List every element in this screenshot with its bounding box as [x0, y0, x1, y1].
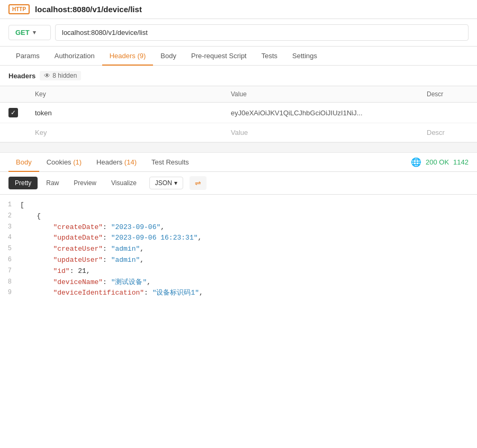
format-btn-pretty[interactable]: Pretty	[8, 177, 38, 189]
code-line-9: 9 "deviceIdentification": "设备标识码1",	[0, 288, 477, 299]
title-bar: HTTP localhost:8080/v1/device/list	[0, 0, 477, 19]
empty-checkbox	[0, 123, 26, 142]
line-num: 6	[4, 255, 20, 266]
headers-section-title: Headers	[8, 72, 35, 80]
headers-table: Key Value Descr ✓ token eyJ0eXAiOiJKV1Qi…	[0, 86, 477, 142]
code-content: "updateDate": "2023-09-06 16:23:31",	[20, 233, 473, 244]
section-spacer	[0, 142, 477, 153]
content-type-chevron: ▾	[174, 179, 177, 187]
line-num: 4	[4, 233, 20, 244]
code-line-4: 4 "updateDate": "2023-09-06 16:23:31",	[0, 233, 477, 244]
code-line-5: 5 "createUser": "admin",	[0, 244, 477, 255]
response-tab-headers[interactable]: Headers (14)	[89, 153, 144, 171]
code-content: [	[20, 200, 473, 211]
format-btn-preview[interactable]: Preview	[67, 177, 103, 189]
line-num: 5	[4, 244, 20, 255]
empty-row: Key Value Descr	[0, 123, 477, 142]
tab-settings[interactable]: Settings	[285, 47, 325, 65]
line-num: 2	[4, 211, 20, 222]
response-toolbar: Pretty Raw Preview Visualize JSON ▾ ⇌	[0, 172, 477, 195]
col-value: Value	[222, 86, 418, 103]
row-desc[interactable]	[418, 103, 477, 123]
wrap-button[interactable]: ⇌	[190, 176, 206, 190]
status-ok: 200 OK	[426, 158, 449, 166]
code-line-2: 2 {	[0, 211, 477, 222]
format-btn-visualize[interactable]: Visualize	[105, 177, 143, 189]
title-url: localhost:8080/v1/device/list	[35, 5, 142, 14]
code-content: "updateUser": "admin",	[20, 255, 473, 266]
tab-params[interactable]: Params	[8, 47, 47, 65]
line-num: 9	[4, 288, 20, 299]
eye-icon: 👁	[44, 72, 50, 79]
method-label: GET	[15, 29, 30, 36]
code-line-6: 6 "updateUser": "admin",	[0, 255, 477, 266]
code-content: "deviceIdentification": "设备标识码1",	[20, 288, 473, 299]
row-value[interactable]: eyJ0eXAiOiJKV1QiLCJhbGciOiJIUzI1NiJ...	[222, 103, 418, 123]
code-content: "createDate": "2023-09-06",	[20, 222, 473, 233]
response-tab-cookies[interactable]: Cookies (1)	[39, 153, 89, 171]
code-line-1: 1 [	[0, 200, 477, 211]
code-content: "createUser": "admin",	[20, 244, 473, 255]
http-badge: HTTP	[8, 4, 30, 14]
empty-desc[interactable]: Descr	[418, 123, 477, 142]
response-tabs: Body Cookies (1) Headers (14) Test Resul…	[0, 153, 477, 172]
headers-section-header: Headers 👁 8 hidden	[0, 66, 477, 86]
table-row: ✓ token eyJ0eXAiOiJKV1QiLCJhbGciOiJIUzI1…	[0, 103, 477, 123]
line-num: 3	[4, 222, 20, 233]
headers-badge: (14)	[124, 158, 137, 166]
code-line-7: 7 "id": 21,	[0, 266, 477, 277]
response-status: 🌐 200 OK 1142	[411, 157, 469, 167]
col-checkbox	[0, 86, 26, 103]
code-content: "id": 21,	[20, 266, 473, 277]
globe-icon: 🌐	[411, 157, 421, 167]
request-bar: GET ▾	[0, 19, 477, 47]
tab-headers[interactable]: Headers (9)	[102, 47, 154, 65]
tab-prerequest[interactable]: Pre-request Script	[184, 47, 254, 65]
col-key: Key	[26, 86, 222, 103]
line-num: 7	[4, 266, 20, 277]
code-line-8: 8 "deviceName": "测试设备",	[0, 277, 477, 288]
hidden-label: 8 hidden	[52, 72, 77, 79]
code-line-3: 3 "createDate": "2023-09-06",	[0, 222, 477, 233]
request-tabs: Params Authorization Headers (9) Body Pr…	[0, 47, 477, 66]
tab-body[interactable]: Body	[153, 47, 184, 65]
response-tab-body[interactable]: Body	[8, 153, 39, 171]
line-num: 8	[4, 277, 20, 288]
row-checkbox-cell[interactable]: ✓	[0, 103, 26, 123]
code-content: {	[20, 211, 473, 222]
line-num: 1	[4, 200, 20, 211]
tab-tests[interactable]: Tests	[254, 47, 285, 65]
row-key[interactable]: token	[26, 103, 222, 123]
code-area: 1 [ 2 { 3 "createDate": "2023-09-06", 4 …	[0, 195, 477, 304]
checkbox-checked: ✓	[8, 108, 18, 117]
method-chevron: ▾	[33, 29, 36, 36]
empty-key[interactable]: Key	[26, 123, 222, 142]
response-tab-testresults[interactable]: Test Results	[144, 153, 196, 171]
response-size: 1142	[453, 158, 469, 166]
method-select[interactable]: GET ▾	[8, 25, 51, 40]
tab-authorization[interactable]: Authorization	[47, 47, 102, 65]
content-type-label: JSON	[155, 179, 172, 187]
cookies-badge: (1)	[73, 158, 82, 166]
hidden-badge: 👁 8 hidden	[40, 71, 81, 80]
code-content: "deviceName": "测试设备",	[20, 277, 473, 288]
url-input[interactable]	[55, 24, 469, 41]
content-type-select[interactable]: JSON ▾	[149, 177, 183, 189]
col-desc: Descr	[418, 86, 477, 103]
format-btn-raw[interactable]: Raw	[40, 177, 65, 189]
empty-value[interactable]: Value	[222, 123, 418, 142]
